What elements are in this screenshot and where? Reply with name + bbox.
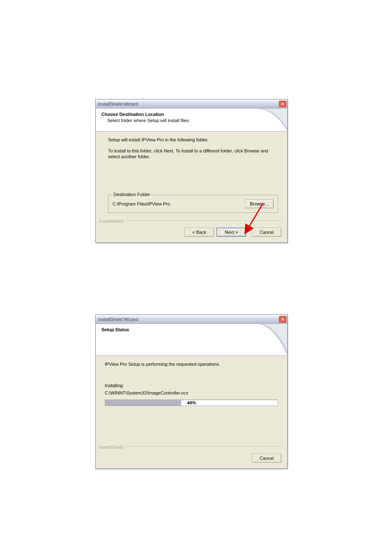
wizard-body: Setup will install IPView Pro in the fol… xyxy=(96,132,287,215)
page-curl-decoration xyxy=(258,324,287,355)
install-wizard-destination-dialog: InstallShield Wizard Choose Destination … xyxy=(95,99,288,243)
titlebar[interactable]: InstallShield Wizard xyxy=(96,99,287,108)
browse-button[interactable]: Browse... xyxy=(245,199,274,208)
installing-path: C:\WINNT\System32\ImageController.ocx xyxy=(105,390,278,395)
destination-path: C:\Program Files\IPView Pro xyxy=(113,201,170,206)
close-icon[interactable] xyxy=(279,101,286,107)
progress-percent-label: 44% xyxy=(105,400,278,406)
cancel-button[interactable]: Cancel xyxy=(252,228,281,237)
cancel-button[interactable]: Cancel xyxy=(252,454,281,463)
destination-folder-legend: Destination Folder xyxy=(112,192,152,197)
wizard-button-row: < Back Next > Cancel xyxy=(96,224,287,242)
status-text: IPView Pro Setup is performing the reque… xyxy=(105,362,278,367)
page-subtitle: Select folder where Setup will install f… xyxy=(107,118,281,123)
destination-folder-group: Destination Folder C:\Program Files\IPVi… xyxy=(108,195,278,213)
progress-bar: 44% xyxy=(105,399,278,406)
page-title: Setup Status xyxy=(101,327,281,332)
next-button[interactable]: Next > xyxy=(217,228,246,237)
titlebar[interactable]: InstallShield Wizard xyxy=(96,315,287,324)
wizard-body: IPView Pro Setup is performing the reque… xyxy=(96,356,287,441)
wizard-header: Choose Destination Location Select folde… xyxy=(96,108,287,132)
close-icon[interactable] xyxy=(279,316,286,323)
wizard-button-row: Cancel xyxy=(96,450,287,468)
page-curl-decoration xyxy=(258,108,287,131)
body-text-2: To install to this folder, click Next. T… xyxy=(108,148,278,159)
window-title: InstallShield Wizard xyxy=(98,317,138,322)
window-title: InstallShield Wizard xyxy=(98,102,138,106)
footer-brand-label: InstallShield xyxy=(99,219,125,224)
installing-label: Installing: xyxy=(105,383,278,388)
back-button[interactable]: < Back xyxy=(184,228,214,237)
page-title: Choose Destination Location xyxy=(101,112,281,117)
footer-brand-label: InstallShield xyxy=(99,445,125,450)
body-text-1: Setup will install IPView Pro in the fol… xyxy=(108,137,278,142)
install-wizard-status-dialog: InstallShield Wizard Setup Status IPView… xyxy=(95,314,288,469)
wizard-header: Setup Status xyxy=(96,324,287,356)
footer-separator: InstallShield xyxy=(99,445,284,450)
footer-separator: InstallShield xyxy=(99,219,284,224)
